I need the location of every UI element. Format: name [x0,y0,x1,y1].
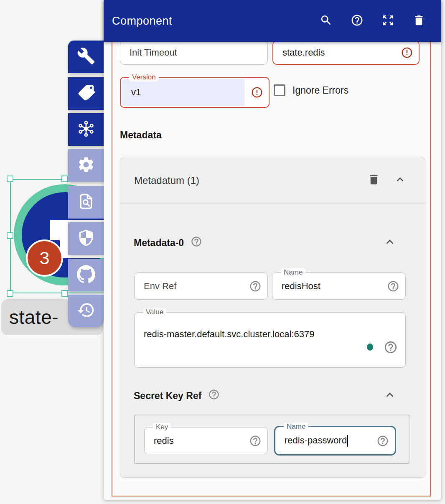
search-icon[interactable] [320,14,333,28]
selection-handle[interactable] [7,232,13,239]
collapse-secret-icon[interactable] [383,388,397,402]
metadata-0-heading: Metadata-0 [134,236,202,250]
help-icon[interactable] [384,340,398,354]
help-icon[interactable] [376,435,389,447]
version-value: v1 [131,87,141,98]
metadatum-card-header[interactable]: Metadatum (1) [120,157,425,204]
metadata-name-label: Name [281,268,305,277]
node-error-badge[interactable]: 3 [26,239,63,277]
init-timeout-field[interactable]: Init Timeout [120,41,268,65]
hub-button[interactable] [68,113,104,146]
text-cursor [347,435,348,447]
secret-key-field[interactable]: Key redis [144,427,268,454]
help-icon[interactable] [249,435,262,447]
secret-key-label: Key [153,423,171,431]
doc-search-icon [77,192,95,212]
metadata-name-field[interactable]: Name redisHost [272,272,406,300]
secret-key-ref-title: Secret Key Ref [134,390,201,402]
history-icon [77,301,95,321]
secret-key-ref-heading: Secret Key Ref [134,389,220,403]
github-icon [77,265,95,285]
hub-icon [77,120,95,140]
component-type-field[interactable]: state.redis [272,41,420,65]
trash-icon[interactable] [412,14,425,28]
tag-button[interactable] [68,77,104,110]
configure-button[interactable] [68,41,104,73]
selection-handle[interactable] [61,290,68,297]
help-icon[interactable] [351,14,364,28]
version-label: Version [129,73,159,81]
help-icon[interactable] [191,236,202,250]
env-ref-field[interactable]: Env Ref [134,272,268,300]
component-type-value: state.redis [282,47,325,58]
resize-dot[interactable] [367,344,373,351]
drawer-header: Component [104,0,441,42]
settings-button[interactable] [68,149,104,182]
inspect-button[interactable] [68,186,104,219]
github-button[interactable] [68,259,104,291]
shield-icon [77,229,95,249]
history-button[interactable] [68,295,104,327]
selection-handle[interactable] [7,290,13,297]
gear-icon [77,155,95,176]
delete-metadatum-icon[interactable] [367,173,380,188]
help-icon[interactable] [249,280,262,293]
drawer-title: Component [112,15,172,28]
error-icon [401,46,413,59]
help-icon[interactable] [208,389,220,403]
init-timeout-placeholder: Init Timeout [130,47,177,58]
security-button[interactable] [68,222,104,255]
tag-icon [77,84,95,104]
env-ref-placeholder: Env Ref [144,281,176,292]
ignore-errors-label: Ignore Errors [292,84,348,97]
secret-name-field[interactable]: Name redis-password [274,426,396,456]
collapse-metadata-0-icon[interactable] [383,235,397,249]
secret-name-value: redis-password [285,435,347,445]
metadata-value-field[interactable]: Value redis-master.default.svc.cluster.l… [134,312,406,368]
help-icon[interactable] [387,280,399,293]
metadata-value-label: Value [143,308,166,316]
selection-handle[interactable] [7,176,13,182]
ignore-errors-checkbox[interactable] [274,84,285,96]
component-drawer: Component Init Timeout state.redis Versi… [104,0,441,500]
error-icon [251,86,263,99]
collapse-metadatum-icon[interactable] [394,173,407,188]
wrench-icon [77,47,95,67]
expand-icon[interactable] [381,14,394,28]
metadata-0-title: Metadata-0 [134,237,184,249]
selection-handle[interactable] [61,176,68,182]
metadatum-card-title: Metadatum (1) [134,175,199,186]
secret-name-label: Name [284,423,308,431]
secret-key-value: redis [154,435,174,446]
metadata-name-value: redisHost [282,281,320,292]
version-field[interactable]: Version v1 [120,77,270,108]
metadata-value-text: redis-master.default.svc.cluster.local:6… [144,329,314,340]
metadata-heading: Metadata [120,130,162,141]
